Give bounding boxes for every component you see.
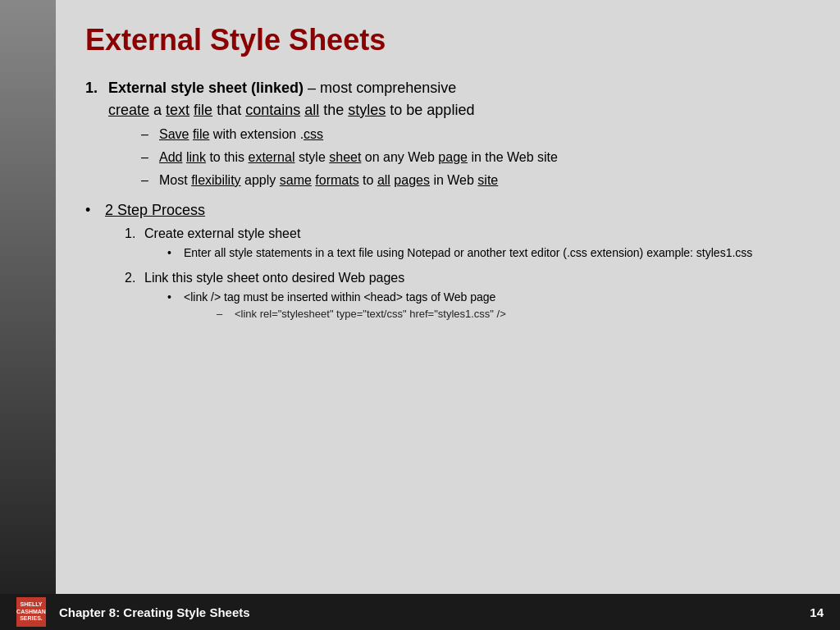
- sub-bullet-item-2-content: <link /> tag must be inserted within <he…: [184, 290, 506, 322]
- sub-bullet-text-2: <link /> tag must be inserted within <he…: [184, 290, 495, 304]
- item1-all: all: [304, 102, 319, 118]
- two-step-label: 2 Step Process: [105, 202, 205, 218]
- sub-item-1-text: Create external style sheet: [144, 226, 300, 240]
- pages-word: pages: [394, 173, 430, 187]
- logo-line2: CASHMAN: [16, 609, 46, 615]
- sub-num-1: 1.: [125, 224, 144, 244]
- site-word: site: [477, 173, 498, 187]
- add-word: Add: [159, 150, 182, 164]
- bullet-2step: • 2 Step Process 1. Create external styl…: [85, 200, 807, 329]
- dash3: –: [141, 171, 159, 190]
- page-word: page: [438, 150, 468, 164]
- slide-content: External Style Sheets 1. External style …: [56, 0, 840, 594]
- logo-line3: SERIES.: [20, 615, 43, 622]
- sub-bullet-2: • <link /> tag must be inserted within <…: [167, 290, 506, 322]
- sub-item-2: 2. Link this style sheet onto desired We…: [125, 268, 752, 326]
- subitem1: – Save file with extension .css: [141, 125, 558, 144]
- all-word2: all: [377, 173, 390, 187]
- save-word: Save: [159, 127, 189, 141]
- two-step-underline: 2 Step Process: [105, 202, 205, 218]
- item1-text: External style sheet (linked) – most com…: [108, 77, 558, 194]
- item1-rest: – most comprehensive: [308, 80, 456, 96]
- formats-word: formats: [315, 173, 358, 187]
- logo-line1: SHELLY: [21, 601, 43, 608]
- slide-title: External Style Sheets: [85, 23, 807, 57]
- sub-sub-dash-item: – <link rel="stylesheet" type="text/css"…: [217, 307, 506, 322]
- item1-styles: styles: [348, 102, 386, 118]
- content-area: 1. External style sheet (linked) – most …: [85, 77, 807, 578]
- footer-logo: SHELLY CASHMAN SERIES.: [16, 597, 46, 627]
- sub-item-1: 1. Create external style sheet • Enter a…: [125, 224, 752, 265]
- subitem3: – Most flexibility apply same formats to…: [141, 171, 558, 190]
- footer-logo-box: SHELLY CASHMAN SERIES.: [16, 597, 46, 627]
- sub-bullet-text-1: Enter all style statements in a text fil…: [184, 245, 752, 262]
- item1-text-word: text: [166, 102, 189, 118]
- left-bar: [0, 0, 56, 594]
- sub-item-1-content: Create external style sheet • Enter all …: [144, 224, 752, 265]
- sub-bullet-sym-2: •: [167, 290, 184, 306]
- item1-number: 1.: [85, 77, 108, 194]
- item1-create: create: [108, 102, 149, 118]
- item1-bold: External style sheet (linked): [108, 80, 304, 96]
- sub-num-2: 2.: [125, 268, 144, 288]
- footer: SHELLY CASHMAN SERIES. Chapter 8: Creati…: [0, 594, 840, 630]
- css-word: css: [304, 127, 323, 141]
- dash1: –: [141, 125, 159, 144]
- sub-sub-dash-sym: –: [217, 307, 235, 322]
- subitem2: – Add link to this external style sheet …: [141, 148, 558, 167]
- same-word: same: [280, 173, 312, 187]
- footer-page-number: 14: [810, 605, 824, 619]
- sub-item-2-content: Link this style sheet onto desired Web p…: [144, 268, 506, 326]
- link-word: link: [186, 150, 206, 164]
- flexibility-word: flexibility: [191, 173, 240, 187]
- sub-bullet-sym-1: •: [167, 245, 184, 262]
- sub-item-2-text: Link this style sheet onto desired Web p…: [144, 271, 404, 285]
- sheet-word: sheet: [329, 150, 361, 164]
- sub-sub-dash-text: <link rel="stylesheet" type="text/css" h…: [235, 307, 506, 322]
- item1-file: file: [194, 102, 212, 118]
- slide-container: External Style Sheets 1. External style …: [0, 0, 840, 594]
- file-word: file: [193, 127, 209, 141]
- bullet-symbol: •: [85, 200, 105, 221]
- footer-chapter-text: Chapter 8: Creating Style Sheets: [59, 605, 810, 619]
- sub-bullet-item-2: • <link /> tag must be inserted within <…: [167, 290, 506, 322]
- main-item-1: 1. External style sheet (linked) – most …: [85, 77, 807, 194]
- item1-contains: contains: [245, 102, 300, 118]
- item1-sublist: – Save file with extension .css – Add li…: [141, 125, 558, 190]
- dash2: –: [141, 148, 159, 167]
- external-word: external: [249, 150, 295, 164]
- sub-bullet-1: • Enter all style statements in a text f…: [167, 245, 752, 262]
- sub-numbered-list: 1. Create external style sheet • Enter a…: [125, 224, 752, 325]
- sub-bullet-item-1: • Enter all style statements in a text f…: [167, 245, 752, 262]
- bullet-2step-content: 2 Step Process 1. Create external style …: [105, 200, 752, 329]
